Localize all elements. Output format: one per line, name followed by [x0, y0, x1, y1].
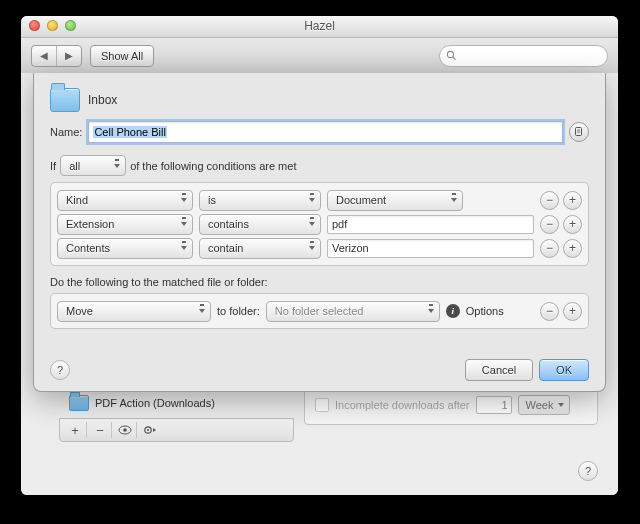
condition-operator-select[interactable]: contains	[199, 214, 321, 235]
sheet-folder-name: Inbox	[88, 93, 117, 107]
actions-box: Move to folder: No folder selected i Opt…	[50, 293, 589, 329]
condition-row: Extension contains pdf − +	[57, 212, 582, 236]
svg-point-3	[123, 428, 127, 432]
info-icon[interactable]: i	[446, 304, 460, 318]
eye-icon	[118, 425, 132, 435]
back-button[interactable]: ◀	[32, 46, 57, 66]
document-icon	[574, 127, 584, 137]
remove-condition-button[interactable]: −	[540, 191, 559, 210]
condition-attribute-select[interactable]: Contents	[57, 238, 193, 259]
condition-attribute-select[interactable]: Extension	[57, 214, 193, 235]
remove-condition-button[interactable]: −	[540, 239, 559, 258]
cancel-button[interactable]: Cancel	[465, 359, 533, 381]
preferences-window: Hazel ◀ ▶ Show All @ Screen Shot Action …	[21, 16, 618, 495]
incomplete-downloads-option: Incomplete downloads after 1 Week	[315, 394, 587, 416]
name-label: Name:	[50, 126, 82, 138]
rule-name-value: Cell Phone Bill	[93, 126, 167, 138]
remove-folder-button[interactable]: −	[89, 422, 112, 438]
condition-attribute-select[interactable]: Kind	[57, 190, 193, 211]
forward-button[interactable]: ▶	[57, 46, 81, 66]
svg-point-5	[147, 429, 149, 431]
action-menu-button[interactable]	[139, 422, 161, 438]
window-title: Hazel	[21, 19, 618, 33]
search-field[interactable]	[439, 45, 608, 67]
options-label[interactable]: Options	[466, 305, 504, 317]
add-action-button[interactable]: +	[563, 302, 582, 321]
action-folder-select[interactable]: No folder selected	[266, 301, 440, 322]
checkbox	[315, 398, 329, 412]
folder-icon	[50, 88, 80, 112]
rule-name-field[interactable]: Cell Phone Bill	[88, 121, 563, 143]
ok-button[interactable]: OK	[539, 359, 589, 381]
condition-value-select[interactable]: Document	[327, 190, 463, 211]
if-clause: If all of the following conditions are m…	[50, 155, 589, 176]
action-row: Move to folder: No folder selected i Opt…	[57, 299, 582, 323]
folder-icon	[69, 395, 89, 411]
match-mode-select[interactable]: all	[60, 155, 126, 176]
action-type-select[interactable]: Move	[57, 301, 211, 322]
folder-list-toolbar: + −	[59, 418, 294, 442]
toolbar: ◀ ▶ Show All	[21, 38, 618, 74]
preview-rule-button[interactable]	[569, 122, 589, 142]
add-folder-button[interactable]: +	[64, 422, 87, 438]
condition-operator-select[interactable]: contain	[199, 238, 321, 259]
help-button[interactable]: ?	[578, 461, 598, 481]
rule-editor-sheet: Inbox Name: Cell Phone Bill If all of th…	[33, 73, 606, 392]
show-all-button[interactable]: Show All	[90, 45, 154, 67]
preview-button[interactable]	[114, 422, 137, 438]
list-item[interactable]: PDF Action (Downloads)	[59, 390, 284, 416]
condition-operator-select[interactable]: is	[199, 190, 321, 211]
gear-icon	[143, 424, 157, 436]
sheet-help-button[interactable]: ?	[50, 360, 70, 380]
incomplete-unit-select: Week	[518, 395, 571, 415]
incomplete-count-field: 1	[476, 396, 512, 414]
option-label: Incomplete downloads after	[335, 399, 470, 411]
svg-point-0	[447, 51, 453, 57]
titlebar: Hazel	[21, 16, 618, 38]
svg-rect-6	[576, 128, 582, 136]
if-suffix: of the following conditions are met	[130, 160, 296, 172]
add-condition-button[interactable]: +	[563, 239, 582, 258]
if-label: If	[50, 160, 56, 172]
remove-condition-button[interactable]: −	[540, 215, 559, 234]
to-folder-label: to folder:	[217, 305, 260, 317]
svg-line-1	[453, 57, 456, 60]
condition-value-field[interactable]: Verizon	[327, 239, 534, 258]
condition-value-field[interactable]: pdf	[327, 215, 534, 234]
add-condition-button[interactable]: +	[563, 215, 582, 234]
search-icon	[446, 50, 457, 61]
condition-row: Contents contain Verizon − +	[57, 236, 582, 260]
actions-label: Do the following to the matched file or …	[50, 276, 589, 288]
condition-row: Kind is Document − +	[57, 188, 582, 212]
list-item-label: PDF Action (Downloads)	[95, 397, 215, 409]
conditions-box: Kind is Document − + Extension contains …	[50, 182, 589, 266]
remove-action-button[interactable]: −	[540, 302, 559, 321]
add-condition-button[interactable]: +	[563, 191, 582, 210]
nav-back-forward: ◀ ▶	[31, 45, 82, 67]
